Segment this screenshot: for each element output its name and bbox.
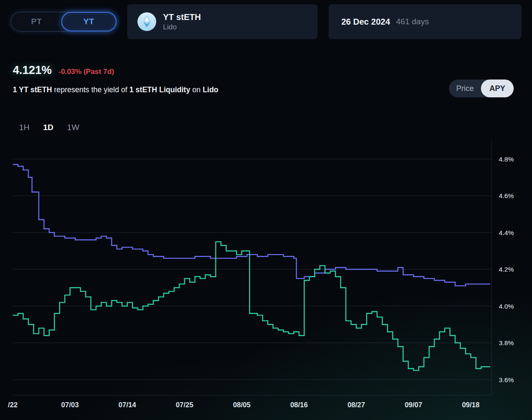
description-segment: 1 stETH Liquidity [129, 85, 190, 94]
svg-text:08/16: 08/16 [290, 401, 308, 409]
apy-value: 4.121% [13, 64, 52, 77]
svg-text:4.0%: 4.0% [499, 303, 514, 310]
series-purple-line [13, 165, 490, 286]
svg-text:3.6%: 3.6% [499, 376, 514, 383]
svg-text:3.8%: 3.8% [499, 339, 514, 346]
yt-tab[interactable]: YT [61, 12, 116, 31]
svg-text:07/14: 07/14 [118, 401, 136, 409]
asset-card[interactable]: YT stETH Lido [127, 4, 317, 39]
maturity-card[interactable]: 26 Dec 2024 461 days [329, 4, 521, 39]
price-toggle-option[interactable]: Price [449, 79, 481, 97]
svg-text:09/07: 09/07 [405, 401, 422, 409]
svg-text:07/25: 07/25 [176, 401, 193, 409]
y-axis-labels: 4.8%4.6%4.4%4.2%4.0%3.8%3.6% [499, 156, 514, 383]
asset-subtitle: Lido [163, 23, 201, 32]
svg-text:4.6%: 4.6% [499, 192, 514, 199]
svg-text:4.2%: 4.2% [499, 266, 514, 273]
chart-wrap: 4.8%4.6%4.4%4.2%4.0%3.8%3.6%/2207/0307/1… [0, 140, 532, 420]
pt-tab[interactable]: PT [11, 12, 62, 31]
chart-gridlines [13, 140, 492, 395]
range-tabs: 1H1D1W [19, 123, 79, 132]
apy-toggle-option[interactable]: APY [481, 79, 514, 97]
svg-text:09/18: 09/18 [462, 401, 479, 409]
svg-text:08/27: 08/27 [347, 401, 365, 409]
svg-text:07/03: 07/03 [61, 401, 79, 409]
asset-description: 1 YT stETH represents the yield of 1 stE… [13, 85, 218, 94]
apy-change-7d: -0.03% (Past 7d) [59, 68, 114, 76]
asset-title: YT stETH [163, 11, 201, 23]
apy-row: 4.121% -0.03% (Past 7d) [13, 64, 114, 77]
lido-icon [137, 12, 156, 31]
range-tab-1d[interactable]: 1D [43, 123, 53, 132]
header-row: PT YT YT stETH Lido 26 Dec 2024 461 days [11, 4, 521, 39]
svg-text:4.4%: 4.4% [499, 229, 514, 236]
range-tab-1h[interactable]: 1H [19, 123, 29, 132]
price-apy-toggle: Price APY [449, 79, 514, 97]
svg-text:4.8%: 4.8% [499, 156, 514, 163]
maturity-days-left: 461 days [396, 17, 429, 26]
svg-text:08/05: 08/05 [233, 401, 250, 409]
description-segment: represents the yield of [52, 85, 129, 94]
svg-text:/22: /22 [8, 401, 18, 409]
maturity-date: 26 Dec 2024 [341, 17, 390, 27]
description-segment: Lido [203, 85, 218, 94]
description-segment: 1 YT stETH [13, 85, 52, 94]
x-axis-labels: /2207/0307/1407/2508/0508/1608/2709/0709… [8, 401, 480, 409]
range-tab-1w[interactable]: 1W [67, 123, 80, 132]
pt-yt-toggle: PT YT [11, 12, 116, 31]
apy-chart[interactable]: 4.8%4.6%4.4%4.2%4.0%3.8%3.6%/2207/0307/1… [0, 140, 532, 420]
description-segment: on [190, 85, 203, 94]
